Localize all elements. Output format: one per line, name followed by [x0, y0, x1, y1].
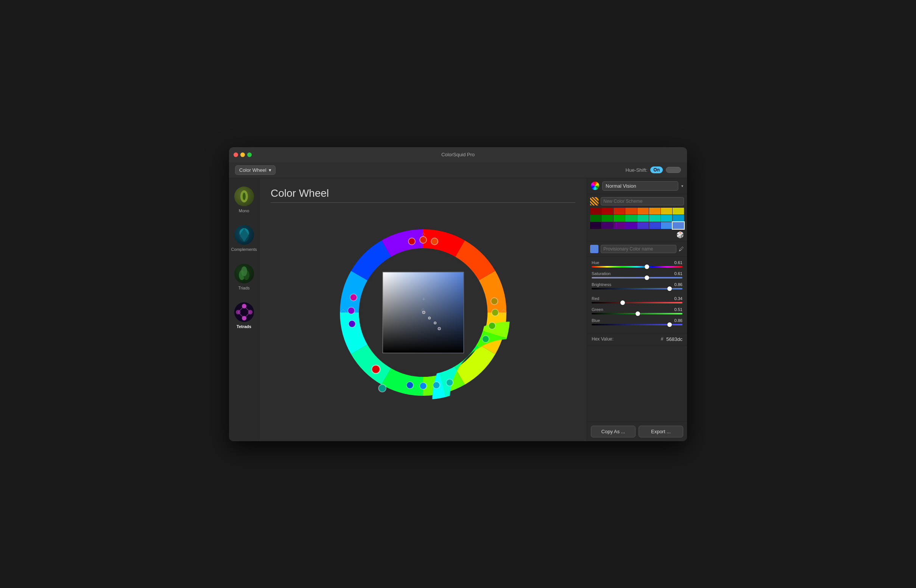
nav-arrow-left-icon[interactable]: ◇ [340, 307, 346, 316]
blue-slider[interactable] [592, 324, 683, 325]
brightness-label: Brightness [592, 282, 611, 287]
color-cell[interactable] [625, 222, 637, 229]
hex-hash: # [661, 336, 664, 342]
eyedropper-button[interactable]: 🖊 [679, 246, 684, 252]
copy-as-button[interactable]: Copy As ... [591, 426, 636, 438]
red-slider-row: Red 0.34 [592, 296, 683, 304]
minimize-button[interactable] [240, 152, 245, 157]
sidebar-item-complements-label: Complements [231, 247, 257, 252]
maximize-button[interactable] [247, 152, 252, 157]
saturation-value: 0.61 [675, 271, 683, 276]
vision-selector: Normal Vision Deuteranopia Protanopia Tr… [587, 178, 687, 194]
picker-dot-3 [434, 321, 437, 324]
picker-dot-4 [437, 327, 440, 330]
color-cell[interactable] [590, 208, 602, 215]
color-cell[interactable] [613, 222, 625, 229]
color-cell[interactable] [590, 215, 602, 222]
color-cell[interactable] [613, 215, 625, 222]
hex-value: 5683dc [666, 336, 683, 342]
color-cell[interactable] [661, 208, 672, 215]
sidebar-item-mono[interactable]: Mono [232, 184, 256, 215]
hue-shift-label: Hue-Shift: [626, 167, 647, 173]
color-cell[interactable] [590, 222, 602, 229]
green-value: 0.51 [675, 307, 683, 312]
brightness-slider[interactable] [592, 288, 683, 289]
spacer [587, 346, 687, 422]
hue-shift-slider[interactable] [666, 167, 681, 173]
color-cell[interactable] [649, 215, 660, 222]
saturation-thumb [645, 275, 649, 280]
color-cell[interactable] [661, 222, 672, 229]
green-slider[interactable] [592, 313, 683, 315]
content-area: Color Wheel [259, 178, 587, 441]
nav-arrow-up-icon[interactable]: ⬦ [421, 229, 426, 238]
export-button[interactable]: Export ... [639, 426, 683, 438]
palette-section: 🎲 [587, 194, 687, 242]
cursor-icon: C [422, 308, 425, 312]
saturation-slider-row: Saturation 0.61 [592, 271, 683, 278]
hue-slider-row: Hue 0.61 [592, 260, 683, 268]
close-button[interactable] [233, 152, 238, 157]
hex-label: Hex Value: [592, 336, 613, 342]
color-cell[interactable] [602, 208, 613, 215]
page-title: Color Wheel [270, 187, 575, 199]
hue-toggle[interactable]: On [650, 166, 663, 173]
color-grid [590, 208, 684, 229]
nav-arrow-right-icon[interactable]: ◇ [500, 307, 507, 316]
color-picker-square[interactable]: + C [382, 272, 464, 353]
red-slider[interactable] [592, 302, 683, 304]
color-cell[interactable] [625, 208, 637, 215]
color-cell[interactable] [638, 222, 649, 229]
hue-slider[interactable] [592, 266, 683, 268]
color-cell[interactable] [602, 215, 613, 222]
toolbar: Color Wheel ▾ Hue-Shift: On [229, 162, 687, 178]
divider [270, 202, 575, 203]
color-cell[interactable] [673, 208, 684, 215]
blue-thumb [667, 322, 672, 327]
sidebar-item-tetrads-label: Tetrads [236, 324, 251, 329]
color-cell[interactable] [613, 208, 625, 215]
sidebar-item-complements[interactable]: Complements [229, 223, 259, 254]
right-panel: Normal Vision Deuteranopia Protanopia Tr… [587, 178, 687, 441]
brightness-value: 0.86 [675, 282, 683, 287]
blue-label: Blue [592, 318, 600, 323]
svg-point-19 [379, 384, 386, 392]
brightness-slider-row: Brightness 0.86 [592, 282, 683, 289]
color-cell[interactable] [649, 208, 660, 215]
hue-value: 0.61 [675, 260, 683, 265]
color-wheel-container[interactable]: ⬦ ⬦ ◇ ◇ + C [270, 214, 575, 411]
new-scheme-input[interactable] [601, 197, 684, 205]
color-cell[interactable] [649, 222, 660, 229]
vision-icon [591, 182, 599, 190]
color-cell[interactable] [602, 222, 613, 229]
sliders-section: Hue 0.61 Saturation 0.61 [587, 257, 687, 333]
picker-dot-2 [428, 317, 431, 319]
saturation-slider[interactable] [592, 277, 683, 278]
hue-label: Hue [592, 260, 599, 265]
color-cell-selected[interactable] [673, 222, 684, 229]
red-thumb [620, 300, 625, 305]
sidebar-item-triads-label: Triads [238, 286, 249, 290]
blue-value: 0.86 [675, 318, 683, 323]
red-label: Red [592, 296, 599, 301]
app-window: ColorSquid Pro Color Wheel ▾ Hue-Shift: … [229, 147, 687, 441]
color-cell[interactable] [673, 215, 684, 222]
titlebar: ColorSquid Pro [229, 147, 687, 162]
color-wheel-label: Color Wheel [239, 167, 267, 173]
hue-thumb [645, 265, 649, 269]
color-wheel-dropdown[interactable]: Color Wheel ▾ [235, 165, 275, 175]
green-label: Green [592, 307, 604, 312]
color-cell[interactable] [638, 215, 649, 222]
color-cell[interactable] [638, 208, 649, 215]
color-name-input[interactable] [601, 245, 676, 253]
triads-icon [234, 264, 254, 283]
main-body: Mono Complements [229, 178, 687, 441]
bottom-buttons: Copy As ... Export ... [587, 422, 687, 441]
color-cell[interactable] [661, 215, 672, 222]
color-cell[interactable] [625, 215, 637, 222]
vision-select[interactable]: Normal Vision Deuteranopia Protanopia Tr… [602, 181, 678, 191]
sidebar-item-tetrads[interactable]: Tetrads [232, 300, 256, 331]
nav-arrow-down-icon[interactable]: ⬦ [421, 388, 426, 397]
sidebar-item-triads[interactable]: Triads [232, 262, 256, 292]
dice-button[interactable]: 🎲 [676, 231, 684, 238]
